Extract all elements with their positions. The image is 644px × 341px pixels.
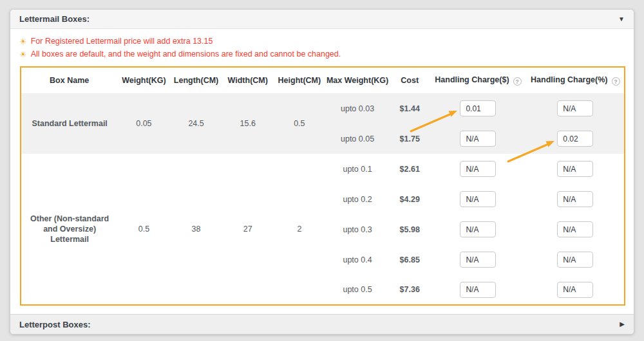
column-label: Weight(KG)	[122, 76, 166, 85]
handling-charge-dollar-input[interactable]	[460, 131, 496, 147]
lettermail-panel-header[interactable]: Lettermail Boxes: ▼	[10, 10, 634, 29]
cost-cell: $2.61	[390, 154, 430, 184]
handling-charge-dollar-input[interactable]	[460, 161, 496, 177]
max-weight-cell: upto 0.3	[325, 214, 390, 244]
handling-dollar-cell	[430, 214, 526, 244]
handling-charge-dollar-input[interactable]	[460, 252, 496, 268]
weight-cell: 0.5	[117, 154, 170, 305]
handling-charge-percent-input[interactable]	[557, 282, 593, 298]
cost-cell: $5.98	[390, 214, 430, 244]
notice-boxes-default: ☀ All boxes are default, and the weight …	[19, 48, 625, 60]
collapse-triangle-icon[interactable]: ▼	[618, 16, 625, 23]
column-header-8: Handling Charge($)?	[430, 67, 526, 93]
notice-text: For Registered Lettermail price will add…	[31, 37, 213, 46]
cost-cell: $1.44	[390, 93, 430, 124]
max-weight-cell: upto 0.05	[325, 124, 390, 154]
column-label: Handling Charge($)	[435, 75, 509, 84]
handling-dollar-cell	[430, 184, 526, 214]
max-weight-cell: upto 0.4	[325, 244, 390, 275]
handling-charge-percent-input[interactable]	[557, 161, 593, 177]
column-header-3: Length(CM)	[170, 67, 222, 93]
handling-dollar-cell	[430, 124, 526, 154]
handling-charge-dollar-input[interactable]	[460, 221, 496, 237]
handling-percent-cell	[527, 184, 625, 214]
notice-registered-lettermail: ☀ For Registered Lettermail price will a…	[19, 35, 625, 48]
cost-cell: $4.29	[390, 184, 430, 214]
notice-text: All boxes are default, and the weight an…	[31, 50, 341, 59]
height-cell: 2	[274, 154, 325, 305]
column-header-2: Weight(KG)	[117, 67, 170, 93]
handling-charge-percent-input[interactable]	[557, 221, 593, 237]
handling-charge-percent-input[interactable]	[557, 191, 593, 207]
handling-dollar-cell	[430, 275, 526, 305]
sun-icon: ☀	[19, 50, 27, 59]
expand-triangle-icon[interactable]: ▶	[620, 321, 625, 327]
sun-icon: ☀	[19, 37, 27, 46]
height-cell: 0.5	[274, 93, 325, 154]
column-header-1: Box Name	[21, 67, 117, 93]
notices: ☀ For Registered Lettermail price will a…	[10, 29, 634, 64]
panel-title: Lettermail Boxes:	[19, 14, 90, 24]
cost-cell: $1.75	[390, 124, 430, 154]
footer-title: Letterpost Boxes:	[19, 320, 91, 329]
handling-percent-cell	[527, 154, 625, 184]
length-cell: 38	[170, 154, 222, 305]
cost-cell: $7.36	[390, 275, 430, 305]
max-weight-cell: upto 0.5	[325, 275, 390, 305]
table-row: Other (Non-standard and Oversize) Letter…	[21, 154, 625, 184]
page: Lettermail Boxes: ▼ ☀ For Registered Let…	[0, 0, 644, 341]
handling-charge-percent-input[interactable]	[557, 252, 593, 268]
max-weight-cell: upto 0.03	[325, 93, 390, 124]
letterpost-panel-header[interactable]: Letterpost Boxes: ▶	[10, 314, 634, 334]
handling-charge-dollar-input[interactable]	[460, 100, 496, 116]
handling-charge-dollar-input[interactable]	[460, 191, 496, 207]
table-header-row: Box NameWeight(KG)Length(CM)Width(CM)Hei…	[21, 67, 625, 93]
handling-dollar-cell	[430, 244, 526, 275]
length-cell: 24.5	[170, 93, 222, 154]
column-label: Max Weight(KG)	[327, 76, 388, 85]
lettermail-panel: Lettermail Boxes: ▼ ☀ For Registered Let…	[10, 9, 634, 335]
column-label: Handling Charge(%)	[531, 75, 607, 84]
handling-percent-cell	[527, 244, 625, 275]
column-header-4: Width(CM)	[222, 67, 274, 93]
width-cell: 15.6	[222, 93, 274, 154]
box-name-cell: Other (Non-standard and Oversize) Letter…	[21, 154, 117, 305]
handling-percent-cell	[527, 124, 625, 154]
handling-dollar-cell	[430, 154, 526, 184]
boxes-table-wrap: Box NameWeight(KG)Length(CM)Width(CM)Hei…	[20, 66, 624, 306]
handling-charge-dollar-input[interactable]	[460, 282, 496, 298]
help-icon[interactable]: ?	[612, 77, 620, 86]
boxes-table: Box NameWeight(KG)Length(CM)Width(CM)Hei…	[20, 66, 625, 306]
handling-dollar-cell	[430, 93, 526, 124]
column-header-9: Handling Charge(%)?	[527, 67, 625, 93]
width-cell: 27	[222, 154, 274, 305]
column-header-6: Max Weight(KG)	[325, 67, 390, 93]
column-label: Cost	[401, 76, 419, 85]
box-name-cell: Standard Lettermail	[21, 93, 117, 154]
handling-percent-cell	[527, 93, 625, 124]
handling-percent-cell	[527, 214, 625, 244]
max-weight-cell: upto 0.2	[325, 184, 390, 214]
column-label: Box Name	[50, 76, 89, 85]
handling-percent-cell	[527, 275, 625, 305]
max-weight-cell: upto 0.1	[325, 154, 390, 184]
column-label: Height(CM)	[278, 76, 321, 85]
column-header-7: Cost	[390, 67, 430, 93]
column-label: Width(CM)	[228, 76, 268, 85]
help-icon[interactable]: ?	[513, 77, 522, 86]
cost-cell: $6.85	[390, 244, 430, 275]
table-row: Standard Lettermail0.0524.515.60.5upto 0…	[21, 93, 625, 124]
column-label: Length(CM)	[174, 76, 218, 85]
weight-cell: 0.05	[117, 93, 170, 154]
column-header-5: Height(CM)	[274, 67, 325, 93]
handling-charge-percent-input[interactable]	[557, 131, 593, 147]
handling-charge-percent-input[interactable]	[557, 100, 593, 116]
